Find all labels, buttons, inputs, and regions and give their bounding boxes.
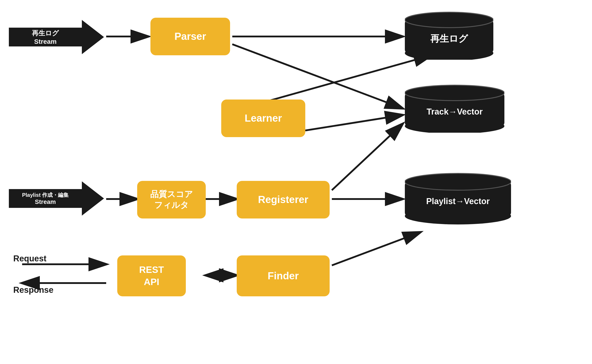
stream1-arrow: 再生ログ Stream (9, 20, 104, 54)
db-playlist-vector-label: Playlist→Vector (426, 197, 490, 206)
learner-label: Learner (245, 112, 282, 125)
stream2-label-en: Stream (35, 198, 56, 205)
stream1-label-en: Stream (34, 38, 57, 45)
svg-line-9 (332, 124, 403, 190)
stream2-label-jp: Playlist 作成・編集 (22, 191, 69, 198)
finder-label: Finder (268, 269, 299, 283)
parser-box: Parser (151, 18, 230, 55)
architecture-diagram: 再生ログ Stream Playlist 作成・編集 Stream Parser… (0, 0, 592, 364)
registerer-box: Registerer (237, 181, 330, 219)
db-playlog: 再生ログ (405, 11, 493, 60)
db-playlog-label: 再生ログ (430, 32, 468, 45)
request-label: Request (13, 254, 46, 263)
registerer-label: Registerer (258, 193, 308, 206)
finder-box: Finder (237, 255, 330, 296)
rest-api-box: REST API (117, 255, 186, 296)
stream2-arrow: Playlist 作成・編集 Stream (9, 181, 104, 216)
stream1-label-jp: 再生ログ (32, 29, 59, 38)
svg-line-4 (232, 44, 403, 108)
learner-box: Learner (221, 99, 305, 137)
quality-filter-label2: フィルタ (150, 200, 193, 210)
quality-filter-label1: 品質スコア (150, 189, 193, 200)
db-track-vector-label: Track→Vector (427, 107, 482, 117)
rest-api-label1: REST (139, 264, 164, 276)
rest-api-label2: API (139, 276, 164, 288)
db-playlist-vector: Playlist→Vector (405, 173, 511, 224)
parser-label: Parser (174, 30, 206, 43)
svg-line-12 (332, 232, 420, 265)
svg-line-6 (305, 115, 403, 130)
response-label: Response (13, 285, 53, 295)
quality-filter-box: 品質スコア フィルタ (137, 181, 206, 219)
db-track-vector: Track→Vector (405, 84, 504, 133)
